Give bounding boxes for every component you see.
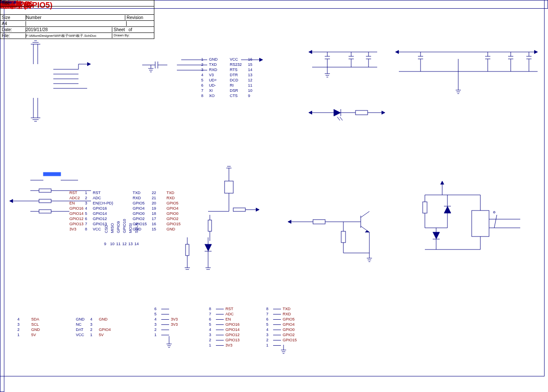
c1-cap bbox=[142, 56, 177, 82]
svg-line-124 bbox=[494, 215, 497, 228]
svg-rect-83 bbox=[186, 244, 189, 256]
svg-rect-65 bbox=[39, 189, 51, 192]
svg-rect-62 bbox=[43, 172, 61, 176]
svg-rect-60 bbox=[356, 110, 368, 115]
power-led bbox=[312, 107, 403, 129]
svg-rect-116 bbox=[472, 211, 489, 236]
esp-right-wiring bbox=[182, 168, 269, 281]
svg-line-57 bbox=[337, 117, 340, 120]
svg-rect-90 bbox=[313, 220, 325, 224]
power-wiring bbox=[312, 43, 542, 95]
svg-rect-93 bbox=[341, 231, 346, 243]
svg-line-58 bbox=[340, 117, 342, 120]
svg-rect-75 bbox=[225, 181, 233, 193]
relay-coil-side bbox=[416, 185, 546, 267]
u1-wiring bbox=[181, 55, 277, 107]
svg-rect-68 bbox=[39, 199, 51, 203]
svg-rect-80 bbox=[208, 220, 212, 231]
svg-rect-78 bbox=[233, 208, 245, 211]
svg-rect-71 bbox=[39, 210, 51, 213]
svg-point-123 bbox=[493, 211, 495, 213]
p1-wiring bbox=[22, 38, 91, 129]
title-block: Title SizeNumberRevision A4 Date:2019/11… bbox=[0, 0, 154, 39]
schematic-sheet: 1 2 3 4 1 2 程序下载 P1 USB_M VSS VSS VSS VS… bbox=[0, 0, 548, 392]
svg-rect-104 bbox=[423, 202, 427, 213]
relay-transistor bbox=[291, 213, 395, 274]
